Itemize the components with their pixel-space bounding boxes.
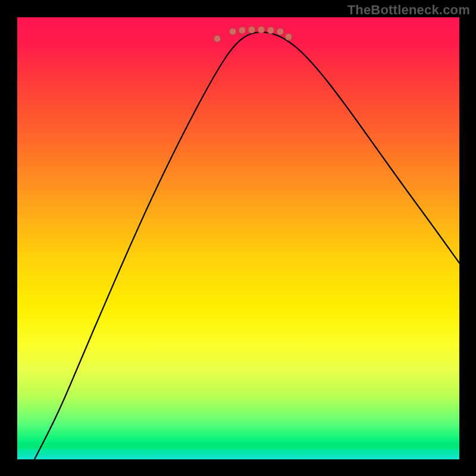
- minimum-dot: [248, 26, 255, 33]
- chart-frame: TheBottleneck.com: [0, 0, 476, 476]
- minimum-dot: [277, 28, 284, 35]
- minimum-dot: [258, 26, 265, 33]
- plot-area: [17, 17, 459, 459]
- minimum-dot: [214, 35, 221, 42]
- minimum-dot: [267, 27, 274, 34]
- minimum-dot: [229, 28, 236, 35]
- bottleneck-curve: [35, 32, 459, 459]
- minimum-dots: [214, 26, 292, 42]
- watermark-text: TheBottleneck.com: [347, 2, 470, 18]
- minimum-dot: [239, 27, 246, 34]
- minimum-dot: [285, 33, 292, 40]
- chart-svg: [17, 17, 459, 459]
